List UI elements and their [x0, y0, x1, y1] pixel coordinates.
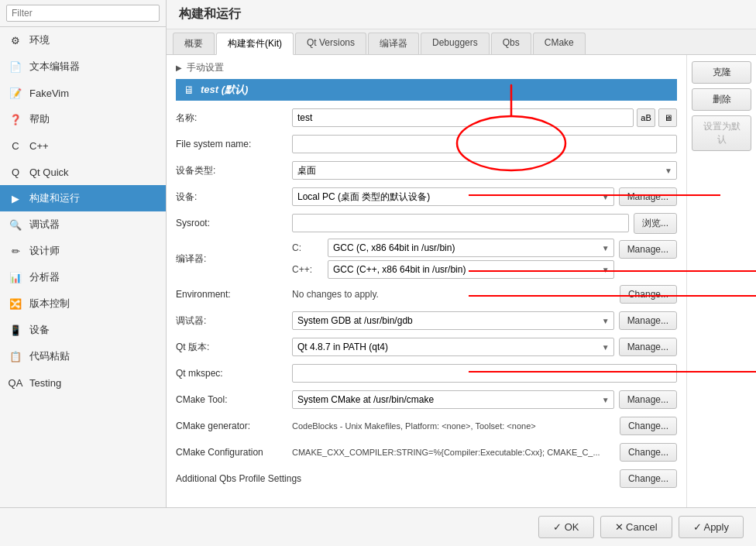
qt-mkspec-label: Qt mkspec: — [176, 368, 292, 379]
sidebar-item-help[interactable]: ❓帮助 — [0, 106, 166, 132]
qbs-profile-label: Additional Qbs Profile Settings — [176, 473, 331, 484]
file-system-name-row: File system name: — [176, 133, 677, 155]
tab-kits[interactable]: 构建套件(Kit) — [216, 33, 294, 55]
bottom-bar: ✓ OK ✕ Cancel ✓ Apply — [0, 507, 756, 546]
sidebar-icon-version-control: 🔀 — [8, 296, 23, 311]
sidebar-item-cpp[interactable]: CC++ — [0, 132, 166, 159]
cmake-generator-value: CodeBlocks - Unix Makefiles, Platform: <… — [292, 418, 615, 434]
sidebar-icon-testing: QA — [8, 375, 23, 390]
sidebar-label-qt-quick: Qt Quick — [29, 167, 69, 178]
tab-qbs[interactable]: Qbs — [491, 33, 531, 54]
sysroot-label: Sysroot: — [176, 218, 292, 228]
sidebar-item-devices[interactable]: 📱设备 — [0, 317, 166, 343]
cmake-generator-row: CMake generator: CodeBlocks - Unix Makef… — [176, 415, 677, 437]
file-system-name-label: File system name: — [176, 139, 292, 149]
sidebar-label-debugger: 调试器 — [29, 218, 60, 232]
sidebar-label-fakevim: FakeVim — [29, 88, 69, 99]
file-system-name-input[interactable] — [292, 135, 677, 153]
sidebar-item-testing[interactable]: QATesting — [0, 369, 166, 396]
sidebar-label-text-editor: 文本编辑器 — [29, 60, 80, 74]
name-row: 名称: aB 🖥 — [176, 107, 677, 129]
cmake-config-row: CMake Configuration CMAKE_CXX_COMPILER:S… — [176, 441, 677, 463]
sidebar-label-help: 帮助 — [29, 112, 50, 126]
debugger-select[interactable]: System GDB at /usr/bin/gdb — [292, 311, 614, 330]
sidebar-items: ⚙环境📄文本编辑器📝FakeVim❓帮助CC++QQt Quick▶构建和运行🔍… — [0, 27, 166, 507]
sysroot-input[interactable] — [292, 214, 629, 232]
sidebar-item-build-run[interactable]: ▶构建和运行 — [0, 185, 166, 211]
compiler-label: 编译器: — [176, 252, 292, 266]
set-default-button[interactable]: 设置为默认 — [692, 115, 751, 151]
name-input[interactable] — [292, 108, 634, 127]
sidebar-item-qt-quick[interactable]: QQt Quick — [0, 159, 166, 185]
sysroot-row: Sysroot: 浏览... — [176, 212, 677, 234]
device-type-label: 设备类型: — [176, 164, 292, 177]
device-select[interactable]: Local PC (桌面 类型的默认设备) — [292, 187, 614, 206]
sysroot-browse-button[interactable]: 浏览... — [634, 213, 677, 234]
sidebar-icon-qt-quick: Q — [8, 164, 23, 180]
environment-change-button[interactable]: Change... — [620, 285, 677, 304]
sidebar-item-analyzer[interactable]: 📊分析器 — [0, 264, 166, 290]
sidebar-label-designer: 设计师 — [29, 244, 60, 258]
sidebar-label-cpp: C++ — [29, 140, 49, 152]
device-row: 设备: Local PC (桌面 类型的默认设备) ▼ Manage... — [176, 186, 677, 208]
cmake-config-change-button[interactable]: Change... — [620, 443, 677, 462]
sidebar-icon-code-paste: 📋 — [8, 349, 23, 364]
kit-monitor-icon: 🖥 — [184, 84, 194, 96]
name-monitor-icon[interactable]: 🖥 — [658, 108, 677, 127]
sidebar-label-testing: Testing — [29, 377, 61, 389]
sidebar-label-code-paste: 代码粘贴 — [29, 349, 70, 363]
tab-qt-versions[interactable]: Qt Versions — [295, 33, 366, 54]
name-ab-icon[interactable]: aB — [637, 108, 655, 127]
cancel-button[interactable]: ✕ Cancel — [600, 516, 672, 538]
kit-item-row[interactable]: 🖥 test (默认) — [176, 79, 677, 101]
qt-mkspec-row: Qt mkspec: — [176, 362, 677, 384]
sidebar-item-debugger[interactable]: 🔍调试器 — [0, 211, 166, 238]
sidebar-item-version-control[interactable]: 🔀版本控制 — [0, 290, 166, 317]
qbs-profile-change-button[interactable]: Change... — [620, 469, 677, 488]
ok-button[interactable]: ✓ OK — [538, 516, 593, 538]
remove-button[interactable]: 删除 — [692, 88, 751, 111]
debugger-manage-button[interactable]: Manage... — [619, 311, 677, 330]
sidebar-item-text-editor[interactable]: 📄文本编辑器 — [0, 53, 166, 80]
filter-input[interactable] — [6, 5, 160, 22]
device-type-select[interactable]: 桌面 — [292, 161, 677, 180]
qt-mkspec-input[interactable] — [292, 364, 677, 383]
qt-version-manage-button[interactable]: Manage... — [619, 338, 677, 356]
device-manage-button[interactable]: Manage... — [619, 187, 677, 206]
qt-version-select[interactable]: Qt 4.8.7 in PATH (qt4) — [292, 338, 614, 356]
compiler-manage-button[interactable]: Manage... — [619, 240, 677, 259]
sidebar-icon-fakevim: 📝 — [8, 85, 23, 101]
tab-debuggers[interactable]: Debuggers — [421, 33, 490, 54]
sidebar-label-environment: 环境 — [29, 33, 50, 47]
cmake-config-value: CMAKE_CXX_COMPILER:STRING=%{Compiler:Exe… — [292, 445, 615, 460]
clone-button[interactable]: 克隆 — [692, 61, 751, 84]
section-label: 手动设置 — [187, 61, 224, 74]
cmake-config-label: CMake Configuration — [176, 447, 292, 458]
sidebar-item-fakevim[interactable]: 📝FakeVim — [0, 80, 166, 106]
name-label: 名称: — [176, 112, 292, 125]
sidebar-label-analyzer: 分析器 — [29, 270, 60, 284]
sidebar-icon-designer: ✏ — [8, 243, 23, 259]
sidebar-item-code-paste[interactable]: 📋代码粘贴 — [0, 343, 166, 369]
compiler-row: 编译器: C: GCC (C, x86 64bit in /usr/bin) — [176, 239, 677, 279]
environment-row: Environment: No changes to apply. Change… — [176, 283, 677, 305]
tabs-bar: 概要构建套件(Kit)Qt Versions编译器DebuggersQbsCMa… — [167, 29, 756, 55]
sidebar-icon-build-run: ▶ — [8, 191, 23, 206]
cmake-tool-manage-button[interactable]: Manage... — [619, 390, 677, 409]
sidebar-icon-debugger: 🔍 — [8, 217, 23, 232]
apply-button[interactable]: ✓ Apply — [679, 516, 744, 538]
compiler-c-select[interactable]: GCC (C, x86 64bit in /usr/bin) — [328, 239, 614, 257]
tab-compilers[interactable]: 编译器 — [368, 33, 419, 54]
sidebar-item-designer[interactable]: ✏设计师 — [0, 238, 166, 264]
sidebar-icon-text-editor: 📄 — [8, 59, 23, 74]
cmake-tool-row: CMake Tool: System CMake at /usr/bin/cma… — [176, 389, 677, 410]
tab-cmake[interactable]: CMake — [533, 33, 586, 54]
sidebar-item-environment[interactable]: ⚙环境 — [0, 27, 166, 53]
compiler-cpp-select[interactable]: GCC (C++, x86 64bit in /usr/bin) — [328, 260, 614, 279]
cmake-generator-change-button[interactable]: Change... — [620, 417, 677, 435]
cmake-tool-select[interactable]: System CMake at /usr/bin/cmake — [292, 390, 614, 409]
sidebar-icon-cpp: C — [8, 138, 23, 153]
tab-summary[interactable]: 概要 — [173, 33, 215, 54]
content-area: 构建和运行 概要构建套件(Kit)Qt Versions编译器Debuggers… — [167, 0, 756, 507]
sidebar-icon-analyzer: 📊 — [8, 270, 23, 285]
